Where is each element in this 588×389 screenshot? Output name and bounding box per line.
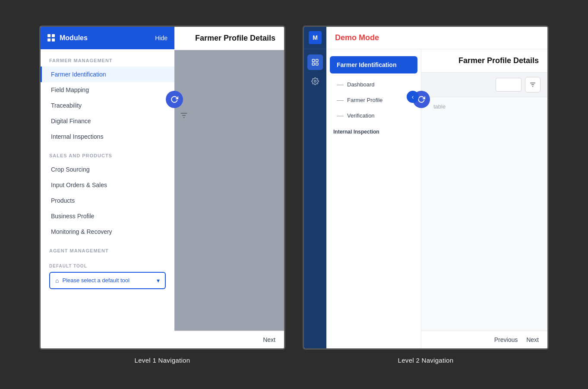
svg-point-7 <box>314 80 316 82</box>
right-screen-frame: M <box>303 26 549 350</box>
demo-bar: Demo Mode <box>326 27 547 49</box>
sidebar-content: FARMER MANAGEMENT Farmer Identification … <box>41 49 174 348</box>
next-button-left[interactable]: Next <box>263 336 275 343</box>
default-tool-select[interactable]: ⌂ Please select a default tool ▾ <box>49 272 166 289</box>
right-content-toolbar <box>421 73 547 97</box>
dash-icon-3: — <box>337 112 344 120</box>
svg-rect-5 <box>312 63 314 65</box>
nav-item-internal-inspections[interactable]: Internal Inspections <box>41 129 174 144</box>
right-panel-wrapper: M <box>303 26 549 364</box>
sidebar-grid-button[interactable] <box>307 54 323 70</box>
sub-nav-section-label: Internal Inspection <box>326 124 421 137</box>
svg-rect-6 <box>316 63 318 65</box>
sidebar-logo: M <box>304 27 326 49</box>
right-sidebar: M <box>304 27 326 348</box>
next-button-right[interactable]: Next <box>526 336 539 343</box>
left-bottom-bar: Next <box>174 331 284 348</box>
left-sidebar: Modules Hide FARMER MANAGEMENT Farmer Id… <box>41 27 174 348</box>
section-label-agent: AGENT MANAGEMENT <box>41 239 174 257</box>
default-tool-section: DEFAULT TOOL ⌂ Please select a default t… <box>41 257 174 296</box>
main-container: Modules Hide FARMER MANAGEMENT Farmer Id… <box>39 26 549 364</box>
svg-rect-3 <box>312 59 314 61</box>
right-bottom-bar: Previous Next <box>421 331 547 348</box>
nav-item-products[interactable]: Products <box>41 193 174 208</box>
nav-item-crop-sourcing[interactable]: Crop Sourcing <box>41 162 174 177</box>
sidebar-header: Modules Hide <box>41 27 174 49</box>
default-tool-placeholder: Please select a default tool <box>62 277 153 284</box>
svg-rect-4 <box>316 59 318 61</box>
sidebar-header-left: Modules <box>47 34 88 42</box>
grid-icon <box>47 34 55 42</box>
right-page-title: Farmer Profile Details <box>458 56 539 65</box>
right-panel-label: Level 2 Navigation <box>398 357 454 364</box>
right-content-header: Farmer Profile Details <box>421 49 547 73</box>
sidebar-gear-button[interactable] <box>307 73 323 89</box>
logo-mark: M <box>309 31 322 44</box>
nav-item-business-profile[interactable]: Business Profile <box>41 208 174 224</box>
left-content-area: Farmer Profile Details <box>174 27 284 348</box>
demo-mode-label: Demo Mode <box>335 33 379 42</box>
nav-item-traceability[interactable]: Traceability <box>41 98 174 113</box>
refresh-button-left[interactable] <box>166 91 183 108</box>
left-panel-wrapper: Modules Hide FARMER MANAGEMENT Farmer Id… <box>39 26 285 364</box>
right-content-area: Farmer Profile Details <box>421 49 547 348</box>
nav-item-monitoring-recovery[interactable]: Monitoring & Recovery <box>41 224 174 239</box>
chevron-down-icon: ▾ <box>157 277 160 284</box>
content-placeholder-text: table <box>428 100 451 113</box>
section-label-farmer: FARMER MANAGEMENT <box>41 49 174 67</box>
sub-nav-dashboard[interactable]: — Dashboard <box>326 77 421 92</box>
home-icon: ⌂ <box>55 277 59 284</box>
filter-button-right[interactable] <box>525 77 541 92</box>
sidebar-icons <box>307 49 323 89</box>
sidebar-title: Modules <box>60 34 88 42</box>
default-tool-label: DEFAULT TOOL <box>49 264 166 268</box>
left-panel-label: Level 1 Navigation <box>135 357 190 364</box>
left-screen-frame: Modules Hide FARMER MANAGEMENT Farmer Id… <box>39 26 285 350</box>
sub-nav-verification[interactable]: — Verification <box>326 108 421 124</box>
left-content-header: Farmer Profile Details <box>174 27 284 50</box>
dash-icon-1: — <box>337 81 344 89</box>
right-screen: M <box>304 27 547 348</box>
hide-button[interactable]: Hide <box>155 35 168 41</box>
previous-button[interactable]: Previous <box>494 336 518 343</box>
back-button[interactable]: ‹ <box>407 91 419 103</box>
nav-item-input-orders[interactable]: Input Orders & Sales <box>41 177 174 193</box>
filter-button-left[interactable] <box>180 111 188 122</box>
nav-item-field-mapping[interactable]: Field Mapping <box>41 82 174 98</box>
left-screen: Modules Hide FARMER MANAGEMENT Farmer Id… <box>41 27 284 348</box>
section-label-sales: SALES AND PRODUCTS <box>41 144 174 162</box>
left-page-title: Farmer Profile Details <box>195 34 275 43</box>
sub-nav-header[interactable]: Farmer Identification <box>330 56 417 73</box>
nav-item-digital-finance[interactable]: Digital Finance <box>41 113 174 129</box>
dash-icon-2: — <box>337 96 344 104</box>
nav-item-farmer-identification[interactable]: Farmer Identification <box>41 67 174 82</box>
